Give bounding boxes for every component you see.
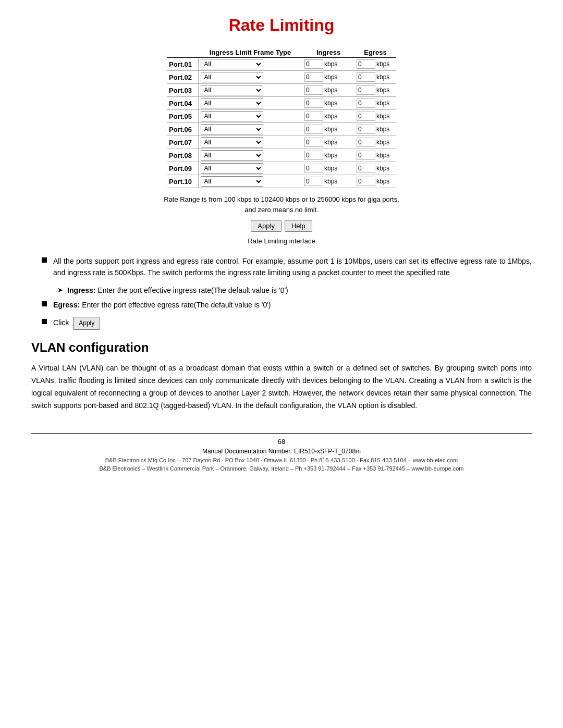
ingress-cell-Port.03: kbps bbox=[302, 84, 354, 97]
ingress-cell-Port.07: kbps bbox=[302, 136, 354, 149]
ingress-type-select-Port.04[interactable]: AllBroadcast OnlyBroadcast and Multicast… bbox=[201, 98, 263, 108]
ingress-type-select-Port.10[interactable]: AllBroadcast OnlyBroadcast and Multicast… bbox=[201, 176, 263, 187]
ingress-cell-Port.04: kbps bbox=[302, 97, 354, 110]
apply-button[interactable]: Apply bbox=[251, 220, 282, 232]
ingress-unit-Port.09: kbps bbox=[323, 165, 338, 172]
ingress-input-Port.07[interactable] bbox=[304, 138, 323, 147]
egress-unit-Port.10: kbps bbox=[375, 178, 390, 185]
port-label-Port.01: Port.01 bbox=[167, 58, 198, 71]
ingress-input-Port.02[interactable] bbox=[304, 72, 323, 82]
ingress-input-Port.01[interactable] bbox=[304, 59, 323, 69]
doc-number: Manual Documentation Number: EIR510-xSFP… bbox=[31, 448, 532, 455]
ingress-unit-Port.08: kbps bbox=[323, 152, 338, 159]
bullet-icon-1 bbox=[42, 257, 47, 263]
bullet-icon-2 bbox=[42, 301, 47, 306]
egress-cell-Port.07: kbps bbox=[354, 136, 396, 149]
ingress-type-select-Port.08[interactable]: AllBroadcast OnlyBroadcast and Multicast… bbox=[201, 150, 263, 161]
ingress-unit-Port.05: kbps bbox=[323, 113, 338, 120]
egress-input-Port.07[interactable] bbox=[357, 138, 375, 147]
egress-input-Port.02[interactable] bbox=[357, 72, 375, 82]
inline-apply-button[interactable]: Apply bbox=[73, 317, 100, 330]
ingress-cell-Port.10: kbps bbox=[302, 175, 354, 188]
ingress-type-cell-Port.04: AllBroadcast OnlyBroadcast and Multicast… bbox=[198, 97, 302, 110]
ingress-type-select-Port.09[interactable]: AllBroadcast OnlyBroadcast and Multicast… bbox=[201, 163, 263, 174]
table-row: Port.03AllBroadcast OnlyBroadcast and Mu… bbox=[167, 84, 396, 97]
ingress-type-cell-Port.06: AllBroadcast OnlyBroadcast and Multicast… bbox=[198, 123, 302, 136]
ingress-input-Port.06[interactable] bbox=[304, 125, 323, 134]
egress-input-Port.04[interactable] bbox=[357, 98, 375, 108]
ingress-type-select-Port.07[interactable]: AllBroadcast OnlyBroadcast and Multicast… bbox=[201, 137, 263, 147]
egress-input-Port.03[interactable] bbox=[357, 85, 375, 95]
ingress-type-select-Port.01[interactable]: AllBroadcast OnlyBroadcast and Multicast… bbox=[201, 59, 263, 69]
bullet-text-3: Click Apply bbox=[53, 317, 532, 330]
bullet-icon-3 bbox=[42, 319, 47, 324]
table-row: Port.06AllBroadcast OnlyBroadcast and Mu… bbox=[167, 123, 396, 136]
table-row: Port.08AllBroadcast OnlyBroadcast and Mu… bbox=[167, 149, 396, 162]
egress-input-Port.08[interactable] bbox=[357, 151, 375, 160]
egress-input-Port.05[interactable] bbox=[357, 112, 375, 121]
bullet-item-3: Click Apply bbox=[42, 317, 532, 330]
port-label-Port.07: Port.07 bbox=[167, 136, 198, 149]
arrow-icon: ➤ bbox=[57, 286, 63, 294]
vlan-description: A Virtual LAN (VLAN) can be thought of a… bbox=[31, 362, 532, 412]
col-header-port bbox=[167, 47, 198, 58]
egress-unit-Port.05: kbps bbox=[375, 113, 390, 120]
bullet-section: All the ports support port ingress and e… bbox=[31, 255, 532, 330]
ingress-input-Port.10[interactable] bbox=[304, 177, 323, 186]
egress-input-Port.10[interactable] bbox=[357, 177, 375, 186]
ingress-cell-Port.08: kbps bbox=[302, 149, 354, 162]
egress-cell-Port.05: kbps bbox=[354, 110, 396, 123]
ingress-cell-Port.09: kbps bbox=[302, 162, 354, 175]
ingress-type-select-Port.02[interactable]: AllBroadcast OnlyBroadcast and Multicast… bbox=[201, 72, 263, 82]
port-label-Port.09: Port.09 bbox=[167, 162, 198, 175]
ingress-input-Port.03[interactable] bbox=[304, 85, 323, 95]
port-label-Port.03: Port.03 bbox=[167, 84, 198, 97]
help-button[interactable]: Help bbox=[285, 220, 312, 232]
egress-cell-Port.10: kbps bbox=[354, 175, 396, 188]
sub-bullet-ingress: ➤ Ingress: Enter the port effective ingr… bbox=[57, 285, 532, 296]
egress-input-Port.06[interactable] bbox=[357, 125, 375, 134]
ingress-cell-Port.02: kbps bbox=[302, 71, 354, 84]
action-buttons: Apply Help bbox=[31, 220, 532, 232]
egress-input-Port.01[interactable] bbox=[357, 59, 375, 69]
port-label-Port.02: Port.02 bbox=[167, 71, 198, 84]
bullet-text-1: All the ports support port ingress and e… bbox=[53, 255, 532, 279]
egress-unit-Port.01: kbps bbox=[375, 60, 390, 68]
ingress-unit-Port.06: kbps bbox=[323, 126, 338, 133]
egress-cell-Port.08: kbps bbox=[354, 149, 396, 162]
ingress-type-cell-Port.03: AllBroadcast OnlyBroadcast and Multicast… bbox=[198, 84, 302, 97]
bullet-item-1: All the ports support port ingress and e… bbox=[42, 255, 532, 279]
sub-bullet-text-ingress: Ingress: Enter the port effective ingres… bbox=[67, 285, 532, 296]
ingress-unit-Port.03: kbps bbox=[323, 87, 338, 94]
ingress-unit-Port.10: kbps bbox=[323, 178, 338, 185]
egress-cell-Port.02: kbps bbox=[354, 71, 396, 84]
rate-limiting-table: Ingress Limit Frame Type Ingress Egress … bbox=[167, 47, 396, 188]
ingress-input-Port.09[interactable] bbox=[304, 164, 323, 173]
ingress-type-select-Port.05[interactable]: AllBroadcast OnlyBroadcast and Multicast… bbox=[201, 111, 263, 121]
ingress-type-cell-Port.10: AllBroadcast OnlyBroadcast and Multicast… bbox=[198, 175, 302, 188]
vlan-section-title: VLAN configuration bbox=[31, 340, 532, 355]
egress-input-Port.09[interactable] bbox=[357, 164, 375, 173]
ingress-type-cell-Port.01: AllBroadcast OnlyBroadcast and Multicast… bbox=[198, 58, 302, 71]
table-row: Port.04AllBroadcast OnlyBroadcast and Mu… bbox=[167, 97, 396, 110]
table-row: Port.10AllBroadcast OnlyBroadcast and Mu… bbox=[167, 175, 396, 188]
col-header-egress: Egress bbox=[354, 47, 396, 58]
table-row: Port.05AllBroadcast OnlyBroadcast and Mu… bbox=[167, 110, 396, 123]
ingress-cell-Port.06: kbps bbox=[302, 123, 354, 136]
egress-unit-Port.07: kbps bbox=[375, 139, 390, 146]
col-header-ingress: Ingress bbox=[302, 47, 354, 58]
egress-unit-Port.04: kbps bbox=[375, 100, 390, 107]
ingress-type-select-Port.06[interactable]: AllBroadcast OnlyBroadcast and Multicast… bbox=[201, 124, 263, 134]
rate-table-container: Ingress Limit Frame Type Ingress Egress … bbox=[31, 47, 532, 188]
footer-addr1: B&B Electronics Mfg Co Inc – 707 Dayton … bbox=[31, 456, 532, 465]
bullet-item-2: Egress: Enter the port effective egress … bbox=[42, 299, 532, 311]
ingress-input-Port.08[interactable] bbox=[304, 151, 323, 160]
ingress-type-select-Port.03[interactable]: AllBroadcast OnlyBroadcast and Multicast… bbox=[201, 85, 263, 95]
table-row: Port.01AllBroadcast OnlyBroadcast and Mu… bbox=[167, 58, 396, 71]
ingress-input-Port.05[interactable] bbox=[304, 112, 323, 121]
egress-cell-Port.06: kbps bbox=[354, 123, 396, 136]
port-label-Port.08: Port.08 bbox=[167, 149, 198, 162]
ingress-type-cell-Port.09: AllBroadcast OnlyBroadcast and Multicast… bbox=[198, 162, 302, 175]
table-caption: Rate Limiting interface bbox=[31, 237, 532, 245]
ingress-input-Port.04[interactable] bbox=[304, 98, 323, 108]
